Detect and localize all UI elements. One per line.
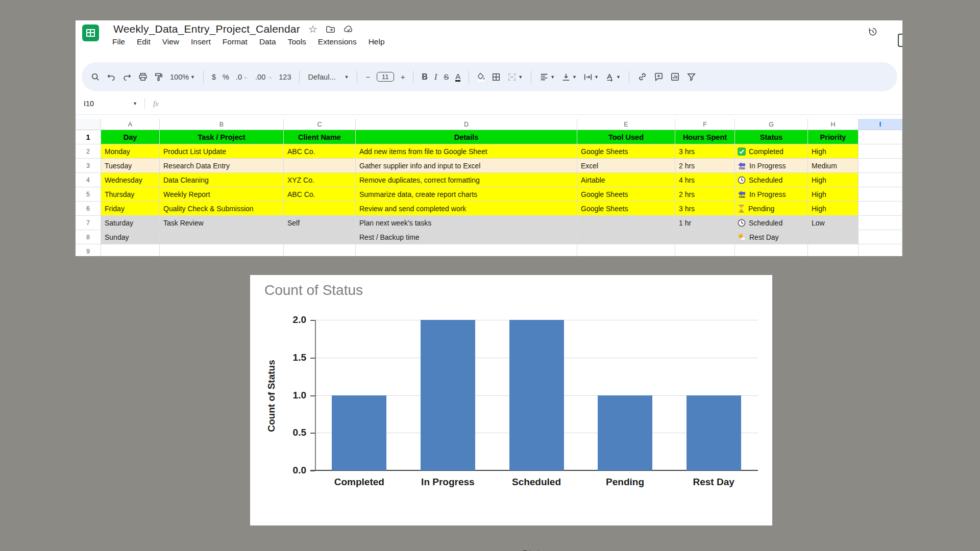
cell-A5[interactable]: Thursday — [101, 187, 160, 202]
column-header-B[interactable]: B — [160, 119, 284, 130]
menu-format[interactable]: Format — [223, 37, 248, 46]
print-icon[interactable] — [138, 72, 148, 82]
font-size-input[interactable]: 11 — [377, 72, 394, 82]
vertical-align-icon[interactable]: ▼ — [561, 72, 577, 82]
cell-D8[interactable]: Rest / Backup time — [356, 230, 577, 244]
cell-F9[interactable] — [675, 244, 735, 256]
cell-E5[interactable]: Google Sheets — [577, 187, 675, 202]
decrease-decimal-button[interactable]: .0← — [236, 73, 249, 81]
cell-D7[interactable]: Plan next week’s tasks — [356, 216, 577, 230]
row-number-8[interactable]: 8 — [76, 230, 101, 244]
cell-C8[interactable] — [284, 230, 356, 244]
cell-C7[interactable]: Self — [284, 216, 356, 230]
cell-B5[interactable]: Weekly Report — [160, 187, 284, 202]
increase-decimal-button[interactable]: .00→ — [255, 73, 272, 81]
cell-B9[interactable] — [160, 244, 284, 256]
cell-D5[interactable]: Summarize data, create report charts — [356, 187, 577, 202]
cell-D4[interactable]: Remove duplicates, correct formatting — [356, 173, 577, 187]
insert-chart-icon[interactable] — [670, 72, 680, 82]
cell-F6[interactable]: 3 hrs — [675, 202, 735, 216]
borders-icon[interactable] — [492, 72, 501, 82]
cell-F8[interactable] — [675, 230, 735, 244]
header-cell-priority[interactable]: Priority — [808, 130, 859, 144]
row-number-6[interactable]: 6 — [76, 202, 101, 216]
column-header-G[interactable]: G — [735, 119, 808, 130]
cell-I2[interactable] — [859, 144, 902, 159]
cell-D3[interactable]: Gather supplier info and input to Excel — [356, 159, 577, 173]
cell-A8[interactable]: Sunday — [101, 230, 160, 244]
header-cell-client-name[interactable]: Client Name — [284, 130, 356, 144]
grid-corner[interactable] — [76, 119, 101, 130]
cell-B4[interactable]: Data Cleaning — [160, 173, 284, 187]
cloud-saved-icon[interactable] — [344, 24, 354, 34]
redo-icon[interactable] — [122, 72, 132, 82]
text-color-button[interactable]: A — [455, 72, 460, 82]
cell-C5[interactable]: ABC Co. — [284, 187, 356, 202]
cell-E9[interactable] — [577, 244, 675, 256]
cell-G9[interactable] — [735, 244, 808, 256]
cell-C4[interactable]: XYZ Co. — [284, 173, 356, 187]
cell-C2[interactable]: ABC Co. — [284, 144, 356, 159]
column-header-D[interactable]: D — [356, 119, 577, 130]
menu-insert[interactable]: Insert — [191, 37, 211, 46]
cell-C9[interactable] — [284, 244, 356, 256]
name-box-caret-icon[interactable]: ▼ — [133, 101, 137, 106]
header-cell-hours-spent[interactable]: Hours Spent — [675, 130, 735, 144]
cell-G7[interactable]: Scheduled — [735, 216, 808, 230]
strikethrough-button[interactable]: S — [444, 72, 449, 81]
row-number-3[interactable]: 3 — [76, 159, 101, 173]
column-header-A[interactable]: A — [101, 119, 160, 130]
cell-H7[interactable]: Low — [808, 216, 859, 230]
cell-E7[interactable] — [577, 216, 675, 230]
column-header-H[interactable]: H — [808, 119, 859, 130]
cell-H6[interactable]: High — [808, 202, 859, 216]
sheets-logo-icon[interactable] — [82, 24, 99, 41]
menu-help[interactable]: Help — [369, 37, 385, 46]
undo-icon[interactable] — [107, 72, 116, 82]
cell-I7[interactable] — [859, 216, 902, 230]
paint-format-icon[interactable] — [154, 72, 163, 82]
cell-B6[interactable]: Quality Check & Submission — [160, 202, 284, 216]
cell-E6[interactable]: Google Sheets — [577, 202, 675, 216]
filter-icon[interactable] — [687, 72, 696, 82]
bold-button[interactable]: B — [422, 72, 428, 82]
cell-A4[interactable]: Wednesday — [101, 173, 160, 187]
row-number-5[interactable]: 5 — [76, 187, 101, 202]
cell-H2[interactable]: High — [808, 144, 859, 159]
cell-F7[interactable]: 1 hr — [675, 216, 735, 230]
cell-E8[interactable] — [577, 230, 675, 244]
sheet-grid[interactable]: ABCDEFGHI1DayTask / ProjectClient NameDe… — [76, 119, 902, 256]
cell-I8[interactable] — [859, 230, 902, 244]
insert-link-icon[interactable] — [638, 72, 647, 82]
move-folder-icon[interactable] — [326, 24, 336, 34]
header-cell-status[interactable]: Status — [735, 130, 808, 144]
cell-F5[interactable]: 2 hrs — [675, 187, 735, 202]
cell-H5[interactable]: High — [808, 187, 859, 202]
text-wrap-icon[interactable]: ▼ — [583, 72, 599, 82]
cell-G8[interactable]: Rest Day — [735, 230, 808, 244]
format-currency-button[interactable]: $ — [212, 73, 216, 81]
format-percent-button[interactable]: % — [223, 73, 229, 81]
cell-E4[interactable]: Airtable — [577, 173, 675, 187]
cell-C6[interactable] — [284, 202, 356, 216]
increase-font-size-button[interactable]: + — [401, 73, 405, 81]
cell-I4[interactable] — [859, 173, 902, 187]
italic-button[interactable]: I — [434, 72, 437, 82]
menu-tools[interactable]: Tools — [288, 37, 306, 46]
row-number-4[interactable]: 4 — [76, 173, 101, 187]
cell-A6[interactable]: Friday — [101, 202, 160, 216]
cell-F4[interactable]: 4 hrs — [675, 173, 735, 187]
cell-B8[interactable] — [160, 230, 284, 244]
cell-A2[interactable]: Monday — [101, 144, 160, 159]
decrease-font-size-button[interactable]: − — [365, 73, 370, 81]
cell-G6[interactable]: Pending — [735, 202, 808, 216]
fill-color-icon[interactable] — [477, 72, 485, 82]
cell-F2[interactable]: 3 hrs — [675, 144, 735, 159]
cell-I3[interactable] — [859, 159, 902, 173]
column-header-I[interactable]: I — [859, 119, 902, 130]
cell-D2[interactable]: Add new items from file to Google Sheet — [356, 144, 577, 159]
menu-file[interactable]: File — [112, 37, 125, 46]
header-cell-day[interactable]: Day — [101, 130, 160, 144]
cell-A9[interactable] — [101, 244, 160, 256]
menu-view[interactable]: View — [162, 37, 179, 46]
